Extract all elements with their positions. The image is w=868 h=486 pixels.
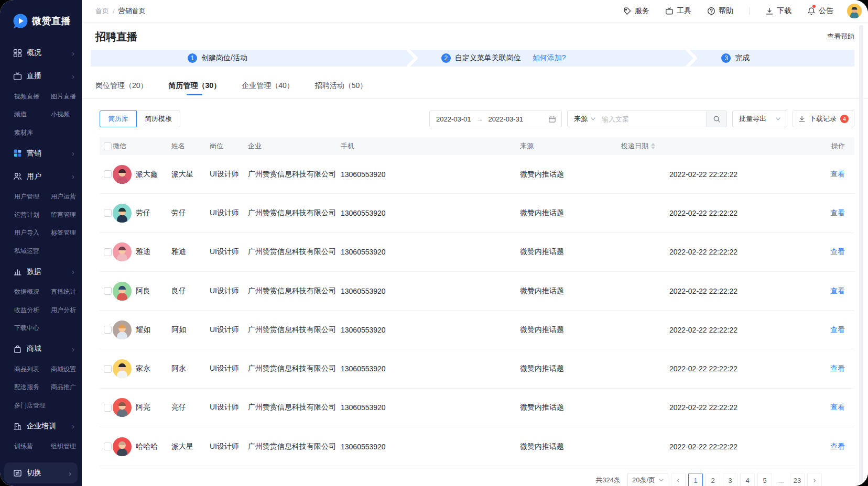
- resume-library-button[interactable]: 简历库: [100, 111, 137, 127]
- how-to-add-link[interactable]: 如何添加?: [533, 53, 566, 63]
- topbar: 首页 / 营销首页 服务 工具 帮助: [82, 0, 868, 23]
- title-row: 招聘直播 查看帮助: [82, 23, 868, 43]
- view-link[interactable]: 查看: [818, 442, 845, 451]
- view-link[interactable]: 查看: [818, 325, 845, 335]
- breadcrumb: 首页 / 营销首页: [95, 6, 146, 16]
- sidebar-subitem[interactable]: 组织管理: [51, 438, 82, 456]
- sidebar-subitem[interactable]: 用户分析: [51, 301, 82, 319]
- tab-company-management[interactable]: 企业管理（40）: [242, 73, 294, 98]
- user-avatar[interactable]: [847, 4, 862, 18]
- tab-resume-management[interactable]: 简历管理（30）: [169, 73, 221, 98]
- sidebar-item-data[interactable]: 数据 ›: [0, 260, 82, 283]
- page-button-2[interactable]: 2: [706, 473, 720, 486]
- select-all-checkbox[interactable]: [104, 142, 112, 150]
- app-window: 微赞直播 概况 › 直播 › 视频直播 图片直播 频道 小视频 素材库: [0, 0, 868, 486]
- sidebar-subitem[interactable]: 私域运营: [14, 242, 51, 260]
- sidebar-subitem[interactable]: 留言管理: [51, 206, 82, 224]
- sidebar-item-mall[interactable]: 商城 ›: [0, 337, 82, 360]
- sidebar-subitem[interactable]: 多门店管理: [14, 396, 51, 415]
- sidebar-subitem[interactable]: 收益分析: [14, 301, 51, 319]
- view-link[interactable]: 查看: [818, 170, 845, 179]
- step-2: 2 自定义菜单关联岗位 如何添加?: [441, 50, 566, 67]
- cell-job: UI设计师: [210, 286, 248, 296]
- sidebar-item-label: 营销: [27, 149, 41, 158]
- sidebar-subitem[interactable]: 下载中心: [14, 319, 51, 338]
- download-records-button[interactable]: 下载记录 4: [793, 111, 854, 127]
- next-page-button[interactable]: ›: [807, 473, 822, 486]
- sort-toggle[interactable]: [651, 143, 655, 149]
- vertical-scrollbar[interactable]: [859, 25, 863, 483]
- notice-button[interactable]: 公告: [807, 6, 833, 16]
- source-select[interactable]: 来源: [568, 114, 600, 124]
- tools-button[interactable]: 工具: [665, 6, 691, 16]
- step-number-badge: 2: [441, 53, 451, 63]
- download-count-badge: 4: [840, 115, 849, 123]
- view-link[interactable]: 查看: [818, 208, 845, 218]
- sidebar-item-training[interactable]: 企业培训 ›: [0, 415, 82, 438]
- help-button[interactable]: 帮助: [707, 6, 733, 16]
- tab-recruit-activity[interactable]: 招聘活动（50）: [315, 73, 367, 98]
- page-button-23[interactable]: 23: [790, 473, 805, 486]
- search-button[interactable]: [706, 111, 726, 127]
- view-link[interactable]: 查看: [818, 364, 845, 373]
- view-link[interactable]: 查看: [818, 403, 845, 412]
- row-checkbox[interactable]: [104, 443, 112, 450]
- sidebar-item-live[interactable]: 直播 ›: [0, 64, 82, 87]
- sidebar-item-overview[interactable]: 概况 ›: [0, 41, 82, 64]
- cell-wechat-name: 派大鑫: [136, 170, 158, 179]
- sidebar-subitem[interactable]: 用户管理: [14, 188, 51, 206]
- sidebar-subitem[interactable]: 运营计划: [14, 206, 51, 224]
- sidebar-item-marketing[interactable]: 营销 ›: [0, 142, 82, 165]
- page-button-4[interactable]: 4: [740, 473, 755, 486]
- page-size-select[interactable]: 20条/页: [627, 473, 668, 486]
- action-label: 下载: [777, 6, 791, 16]
- cell-source: 微赞内推话题: [520, 170, 621, 179]
- row-checkbox[interactable]: [104, 326, 112, 334]
- breadcrumb-home[interactable]: 首页: [95, 6, 109, 16]
- sidebar-subitem[interactable]: 训练营: [14, 438, 51, 456]
- sidebar-subitem[interactable]: 用户导入: [14, 224, 51, 242]
- batch-export-button[interactable]: 批量导出: [732, 111, 787, 127]
- date-range-picker[interactable]: 2022-03-01 → 2022-03-31: [429, 111, 562, 127]
- sidebar-subitem[interactable]: 标签管理: [51, 224, 82, 242]
- view-link[interactable]: 查看: [818, 286, 845, 296]
- sidebar-subitem[interactable]: 直播统计: [51, 283, 82, 302]
- step-label: 自定义菜单关联岗位: [455, 53, 521, 63]
- row-checkbox[interactable]: [104, 404, 112, 412]
- page-button-1[interactable]: 1: [688, 473, 703, 486]
- cell-source: 微赞内推话题: [520, 325, 621, 335]
- sidebar-subitem[interactable]: 视频直播: [14, 87, 51, 106]
- sidebar-item-switch[interactable]: 切换 ›: [4, 462, 78, 483]
- tab-job-management[interactable]: 岗位管理（20）: [95, 73, 148, 98]
- download-button[interactable]: 下载: [765, 6, 791, 16]
- sidebar-subitem[interactable]: 频道: [14, 106, 51, 124]
- row-checkbox[interactable]: [104, 248, 112, 256]
- row-checkbox[interactable]: [104, 209, 112, 217]
- resume-template-button[interactable]: 简历模板: [137, 111, 180, 127]
- page-button-3[interactable]: 3: [723, 473, 737, 486]
- service-button[interactable]: 服务: [623, 6, 649, 16]
- page-button-5[interactable]: 5: [757, 473, 772, 486]
- row-checkbox[interactable]: [104, 287, 112, 295]
- cell-company: 广州赞赏信息科技有限公司: [248, 247, 341, 257]
- keyword-input[interactable]: [600, 115, 706, 123]
- row-checkbox[interactable]: [104, 365, 112, 373]
- sidebar-subitem[interactable]: 图片直播: [51, 87, 82, 106]
- sidebar-subitem[interactable]: 用户运营: [51, 188, 82, 206]
- sort-asc-icon: [651, 143, 655, 146]
- sidebar-subitem[interactable]: 素材库: [14, 124, 51, 142]
- view-help-link[interactable]: 查看帮助: [827, 32, 854, 41]
- sidebar-subitem[interactable]: 商城设置: [51, 360, 82, 379]
- sidebar-subitem[interactable]: 商品列表: [14, 360, 51, 379]
- view-link[interactable]: 查看: [818, 247, 845, 257]
- sidebar-subitem[interactable]: 数据概况: [14, 283, 51, 302]
- sidebar-subitem[interactable]: 配送服务: [14, 379, 51, 397]
- notification-dot: [812, 5, 816, 8]
- sidebar-subitem[interactable]: 商品推广: [51, 379, 82, 397]
- avatar: [113, 398, 132, 417]
- sidebar-item-users[interactable]: 用户 ›: [0, 165, 82, 188]
- sidebar-subitem[interactable]: 小视频: [51, 106, 82, 124]
- prev-page-button[interactable]: ‹: [671, 473, 686, 486]
- row-checkbox[interactable]: [104, 170, 112, 178]
- tools-tv-icon: [665, 7, 674, 15]
